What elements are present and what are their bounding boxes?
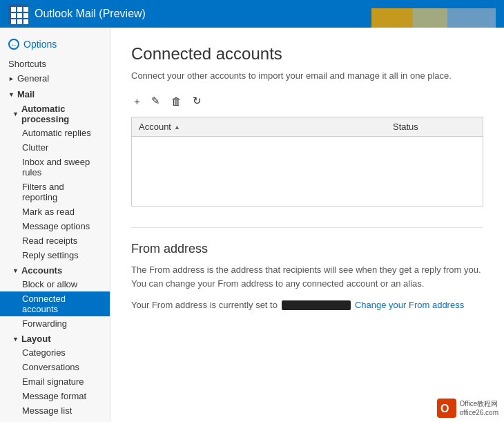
page-subtitle: Connect your other accounts to import yo… xyxy=(131,70,483,81)
sidebar-item-conversations[interactable]: Conversations xyxy=(0,360,110,374)
table-header: Account ▲ Status xyxy=(132,117,483,137)
app-title: Outlook Mail (Preview) xyxy=(35,8,146,20)
main-content: Connected accounts Connect your other ac… xyxy=(110,28,504,422)
from-address-description: The From address is the address that rec… xyxy=(131,263,483,290)
refresh-icon: ↻ xyxy=(193,95,202,106)
add-account-button[interactable]: + xyxy=(131,94,143,108)
section-divider xyxy=(131,227,483,228)
sidebar-section-accounts[interactable]: ▼ Accounts xyxy=(0,262,110,277)
back-icon[interactable]: ← xyxy=(8,39,19,50)
sidebar-item-mark-as-read[interactable]: Mark as read xyxy=(0,204,110,219)
sidebar-section-layout[interactable]: ▼ Layout xyxy=(0,331,110,345)
titlebar: Outlook Mail (Preview) xyxy=(0,0,504,28)
delete-account-button[interactable]: 🗑 xyxy=(168,94,184,108)
sidebar-item-reply-settings[interactable]: Reply settings xyxy=(0,248,110,262)
sidebar-item-filters-reporting[interactable]: Filters and reporting xyxy=(0,180,110,204)
office-brand: Office教程网 xyxy=(459,399,498,408)
sidebar-item-forwarding[interactable]: Forwarding xyxy=(0,316,110,331)
sidebar-item-shortcuts[interactable]: Shortcuts xyxy=(0,57,110,71)
sidebar-item-read-receipts[interactable]: Read receipts xyxy=(0,233,110,248)
from-address-title: From address xyxy=(131,242,483,256)
chevron-right-icon: ► xyxy=(8,75,14,82)
sidebar-item-categories[interactable]: Categories xyxy=(0,345,110,360)
sidebar-section-mail[interactable]: ▼ Mail xyxy=(0,86,110,101)
apps-grid-icon[interactable] xyxy=(8,4,28,23)
sidebar-item-general[interactable]: ► General xyxy=(0,71,110,86)
sidebar-item-email-signature[interactable]: Email signature xyxy=(0,374,110,389)
from-address-row: Your From address is currently set to Ch… xyxy=(131,300,483,310)
sidebar-item-automatic-processing[interactable]: ▼ Automatic processing xyxy=(0,101,110,126)
col-account-header[interactable]: Account ▲ xyxy=(139,122,393,132)
sort-icon: ▲ xyxy=(174,124,180,131)
svg-text:O: O xyxy=(440,403,449,414)
toolbar: + ✎ 🗑 ↻ xyxy=(131,93,483,108)
sidebar-item-connected-accounts[interactable]: Connected accounts xyxy=(0,291,110,316)
chevron-down-icon: ▼ xyxy=(8,91,14,98)
chevron-down-icon-2: ▼ xyxy=(12,111,19,117)
sidebar-item-message-format[interactable]: Message format xyxy=(0,389,110,403)
chevron-down-icon-accounts: ▼ xyxy=(12,267,19,274)
titlebar-accents xyxy=(371,0,496,28)
delete-icon: 🗑 xyxy=(171,95,182,107)
left-nav: ← Options Shortcuts ► General ▼ Mail ▼ A… xyxy=(0,28,110,422)
from-address-label: Your From address is currently set to xyxy=(131,300,278,310)
office-badge: O Office教程网 office26.com xyxy=(437,399,498,418)
table-body xyxy=(132,137,483,206)
col-status-header[interactable]: Status xyxy=(393,122,476,132)
sidebar-item-clutter[interactable]: Clutter xyxy=(0,140,110,155)
sidebar-item-message-options[interactable]: Message options xyxy=(0,219,110,233)
refresh-button[interactable]: ↻ xyxy=(190,93,204,108)
change-from-address-link[interactable]: Change your From address xyxy=(355,300,464,310)
chevron-down-icon-layout: ▼ xyxy=(12,336,19,343)
sidebar-item-reading-pane[interactable]: Reading pane xyxy=(0,418,110,422)
page-title: Connected accounts xyxy=(131,44,483,64)
redacted-email xyxy=(282,300,351,310)
office-logo: O xyxy=(437,399,456,418)
app-body: ← Options Shortcuts ► General ▼ Mail ▼ A… xyxy=(0,28,504,422)
edit-account-button[interactable]: ✎ xyxy=(148,93,163,108)
sidebar-item-block-allow[interactable]: Block or allow xyxy=(0,277,110,291)
office-domain: office26.com xyxy=(459,408,498,417)
options-header[interactable]: ← Options xyxy=(0,35,110,57)
sidebar-item-message-list[interactable]: Message list xyxy=(0,403,110,418)
options-label: Options xyxy=(23,39,57,50)
sidebar-item-inbox-sweep[interactable]: Inbox and sweep rules xyxy=(0,155,110,180)
accounts-table: Account ▲ Status xyxy=(131,117,483,207)
sidebar-item-automatic-replies[interactable]: Automatic replies xyxy=(0,126,110,140)
